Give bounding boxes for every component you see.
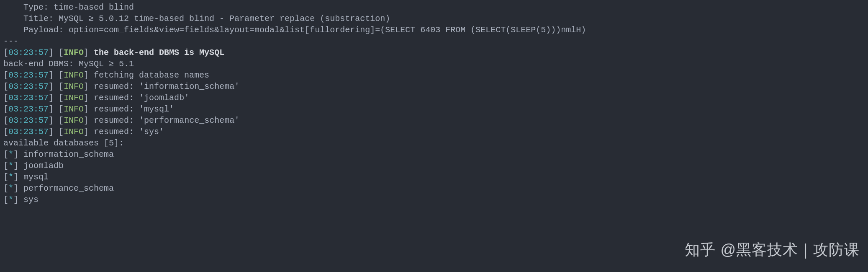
timestamp: 03:23:57 xyxy=(8,93,49,103)
resumed-prefix: resumed: xyxy=(94,93,139,103)
backend-line: back-end DBMS: MySQL ≥ 5.1 xyxy=(3,58,865,70)
watermark: 知乎 @黑客技术｜攻防课 xyxy=(685,240,860,260)
payload-label: Payload: xyxy=(3,25,69,35)
timestamp: 03:23:57 xyxy=(8,82,49,91)
log-line-resumed: [03:23:57] [INFO] resumed: 'performance_… xyxy=(3,115,865,126)
list-item: [*] information_schema xyxy=(3,149,865,160)
timestamp: 03:23:57 xyxy=(8,70,49,80)
log-level: INFO xyxy=(64,127,84,137)
dbms-message: the back-end DBMS is MySQL xyxy=(94,48,224,57)
log-line-dbms: [03:23:57] [INFO] the back-end DBMS is M… xyxy=(3,47,865,58)
log-line-resumed: [03:23:57] [INFO] resumed: 'sys' xyxy=(3,126,865,137)
log-level: INFO xyxy=(64,104,84,114)
resumed-db: 'information_schema' xyxy=(139,82,239,91)
terminal-output: Type: time-based blind Title: MySQL ≥ 5.… xyxy=(3,2,865,205)
timestamp: 03:23:57 xyxy=(8,48,49,57)
list-item: [*] joomladb xyxy=(3,160,865,171)
resumed-db: 'mysql' xyxy=(139,104,174,114)
timestamp: 03:23:57 xyxy=(8,116,49,125)
log-line-resumed: [03:23:57] [INFO] resumed: 'information_… xyxy=(3,81,865,92)
list-item: [*] performance_schema xyxy=(3,183,865,194)
title-label: Title: xyxy=(3,14,59,23)
timestamp: 03:23:57 xyxy=(8,104,49,114)
resumed-prefix: resumed: xyxy=(94,116,139,125)
resumed-prefix: resumed: xyxy=(94,104,139,114)
db-name: performance_schema xyxy=(23,184,114,193)
title-line: Title: MySQL ≥ 5.0.12 time-based blind -… xyxy=(3,13,865,24)
payload-value: option=com_fields&view=fields&layout=mod… xyxy=(69,25,586,35)
log-level: INFO xyxy=(64,82,84,91)
resumed-db: 'sys' xyxy=(139,127,164,137)
log-level: INFO xyxy=(64,70,84,80)
type-label: Type: xyxy=(3,3,54,12)
log-level: INFO xyxy=(64,48,84,57)
title-value: MySQL ≥ 5.0.12 time-based blind - Parame… xyxy=(59,14,390,23)
available-header: available databases [5]: xyxy=(3,137,865,149)
log-level: INFO xyxy=(64,116,84,125)
payload-line: Payload: option=com_fields&view=fields&l… xyxy=(3,24,865,36)
log-line-resumed: [03:23:57] [INFO] resumed: 'mysql' xyxy=(3,104,865,115)
type-line: Type: time-based blind xyxy=(3,2,865,13)
db-name: joomladb xyxy=(23,161,64,171)
db-name: information_schema xyxy=(23,150,114,159)
db-name: mysql xyxy=(23,172,49,182)
log-line-resumed: [03:23:57] [INFO] resumed: 'joomladb' xyxy=(3,92,865,104)
resumed-db: 'joomladb' xyxy=(139,93,189,103)
timestamp: 03:23:57 xyxy=(8,127,49,137)
resumed-prefix: resumed: xyxy=(94,82,139,91)
log-line-fetching: [03:23:57] [INFO] fetching database name… xyxy=(3,70,865,81)
log-level: INFO xyxy=(64,93,84,103)
list-item: [*] mysql xyxy=(3,171,865,183)
resumed-db: 'performance_schema' xyxy=(139,116,239,125)
type-value: time-based blind xyxy=(54,3,134,12)
db-name: sys xyxy=(23,195,39,205)
list-item: [*] sys xyxy=(3,194,865,205)
fetching-message: fetching database names xyxy=(94,70,209,80)
resumed-prefix: resumed: xyxy=(94,127,139,137)
separator-line: --- xyxy=(3,36,865,47)
